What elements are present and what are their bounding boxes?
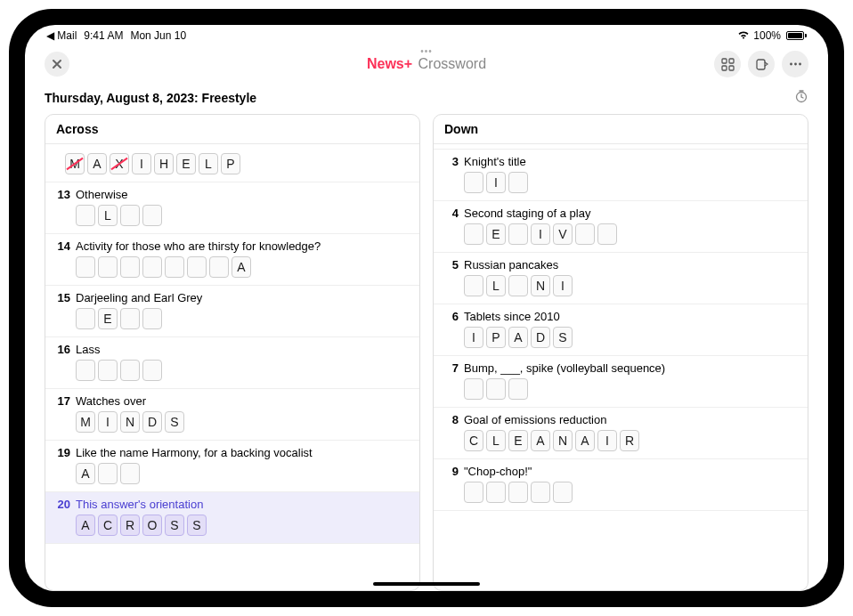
letter-cell[interactable]: I <box>553 275 573 296</box>
letter-cell[interactable]: S <box>187 515 207 536</box>
letter-cell[interactable] <box>76 256 95 278</box>
letter-cell[interactable] <box>464 482 483 503</box>
clue-row[interactable]: 20This answer's orientationACROSS <box>45 492 419 544</box>
letter-cell[interactable]: S <box>165 515 184 536</box>
clue-row[interactable]: 3Knight's titleI <box>434 150 808 201</box>
letter-cell[interactable] <box>464 223 483 245</box>
letter-cell[interactable] <box>120 256 140 278</box>
letter-cell[interactable]: A <box>508 327 528 348</box>
clue-row[interactable]: 4Second staging of a playEIV <box>434 201 808 253</box>
clue-row[interactable]: 13OtherwiseL <box>45 182 419 234</box>
more-button[interactable] <box>782 51 808 77</box>
letter-cell[interactable]: R <box>620 430 639 451</box>
letter-cell[interactable]: S <box>165 411 184 433</box>
letter-cell[interactable]: A <box>531 430 550 451</box>
letter-cell[interactable]: A <box>76 515 95 536</box>
letter-cell[interactable]: E <box>98 308 118 329</box>
letter-cell[interactable]: X <box>110 153 129 174</box>
letter-cell[interactable]: I <box>486 172 506 193</box>
letter-cell[interactable] <box>508 482 528 503</box>
close-button[interactable] <box>45 52 69 77</box>
letter-cell[interactable]: M <box>76 411 95 433</box>
letter-cell[interactable] <box>508 172 528 193</box>
letter-cell[interactable]: A <box>575 430 595 451</box>
letter-cell[interactable]: D <box>531 327 550 348</box>
letter-cell[interactable] <box>120 308 140 329</box>
letter-cell[interactable]: N <box>531 275 550 296</box>
clue-row[interactable]: 17Watches overMINDS <box>45 389 419 441</box>
letter-cell[interactable]: L <box>486 430 506 451</box>
letter-cell[interactable]: A <box>76 463 95 484</box>
letter-cell[interactable]: E <box>486 223 506 245</box>
letter-cell[interactable] <box>120 205 140 226</box>
letter-cell[interactable] <box>165 256 184 278</box>
letter-cell[interactable] <box>76 360 95 381</box>
clue-row[interactable]: 5Russian pancakesLNI <box>434 253 808 304</box>
timer-button[interactable] <box>794 89 808 107</box>
letter-cell[interactable] <box>508 223 528 245</box>
clue-row[interactable]: MAXIHELP <box>45 144 419 182</box>
share-button[interactable] <box>748 51 775 77</box>
letter-cell[interactable] <box>209 256 229 278</box>
letter-cell[interactable] <box>486 378 506 400</box>
letter-cell[interactable] <box>76 205 95 226</box>
clue-row[interactable]: 14Activity for those who are thirsty for… <box>45 234 419 286</box>
clue-row[interactable]: 16Lass <box>45 337 419 389</box>
letter-cell[interactable]: A <box>232 256 251 278</box>
letter-cell[interactable]: L <box>486 275 506 296</box>
clue-row[interactable]: 19Like the name Harmony, for a backing v… <box>45 441 419 492</box>
letter-cell[interactable]: L <box>98 205 118 226</box>
clue-row[interactable]: 8Goal of emissions reductionCLEANAIR <box>434 408 808 459</box>
letter-cell[interactable] <box>142 256 162 278</box>
grid-view-button[interactable] <box>714 51 741 77</box>
letter-cell[interactable] <box>120 463 140 484</box>
letter-cell[interactable] <box>508 378 528 400</box>
letter-cell[interactable] <box>575 223 595 245</box>
home-indicator[interactable] <box>373 582 480 586</box>
letter-cell[interactable] <box>464 172 483 193</box>
letter-cell[interactable]: D <box>142 411 162 433</box>
letter-cell[interactable] <box>98 360 118 381</box>
letter-cell[interactable]: I <box>464 327 483 348</box>
clue-row[interactable]: 15Darjeeling and Earl GreyE <box>45 286 419 337</box>
letter-cell[interactable] <box>597 223 617 245</box>
back-to-app[interactable]: ◀︎ Mail <box>46 29 77 42</box>
letter-cell[interactable]: P <box>486 327 506 348</box>
letter-cell[interactable] <box>464 275 483 296</box>
letter-cell[interactable] <box>120 360 140 381</box>
letter-cell[interactable]: I <box>597 430 617 451</box>
letter-cell[interactable]: I <box>98 411 118 433</box>
letter-cell[interactable]: I <box>132 153 151 174</box>
letter-cell[interactable]: E <box>176 153 196 174</box>
letter-cell[interactable] <box>464 378 483 400</box>
clue-row[interactable]: 6Tablets since 2010IPADS <box>434 304 808 356</box>
letter-cell[interactable]: R <box>120 515 140 536</box>
letter-cell[interactable] <box>531 482 550 503</box>
letter-cell[interactable]: L <box>199 153 218 174</box>
letter-cell[interactable]: N <box>553 430 573 451</box>
across-clue-list[interactable]: MAXIHELP13OtherwiseL14Activity for those… <box>45 144 419 590</box>
down-clue-list[interactable]: 3Knight's titleI4Second staging of a pla… <box>434 144 808 590</box>
letter-cell[interactable]: I <box>531 223 550 245</box>
letter-cell[interactable] <box>508 275 528 296</box>
letter-cell[interactable] <box>98 256 118 278</box>
letter-cell[interactable]: O <box>142 515 162 536</box>
letter-cell[interactable]: P <box>221 153 240 174</box>
letter-cell[interactable]: C <box>98 515 118 536</box>
letter-cell[interactable] <box>142 360 162 381</box>
letter-cell[interactable] <box>142 308 162 329</box>
letter-cell[interactable] <box>76 308 95 329</box>
letter-cell[interactable] <box>187 256 207 278</box>
clue-row[interactable]: 7Bump, ___, spike (volleyball sequence) <box>434 356 808 408</box>
letter-cell[interactable]: H <box>154 153 174 174</box>
letter-cell[interactable] <box>486 482 506 503</box>
letter-cell[interactable]: N <box>120 411 140 433</box>
clue-row[interactable]: 9"Chop-chop!" <box>434 459 808 511</box>
letter-cell[interactable]: V <box>553 223 573 245</box>
letter-cell[interactable]: C <box>464 430 483 451</box>
letter-cell[interactable] <box>98 463 118 484</box>
letter-cell[interactable] <box>553 482 573 503</box>
letter-cell[interactable] <box>142 205 162 226</box>
letter-cell[interactable]: M <box>65 153 85 174</box>
letter-cell[interactable]: A <box>87 153 107 174</box>
